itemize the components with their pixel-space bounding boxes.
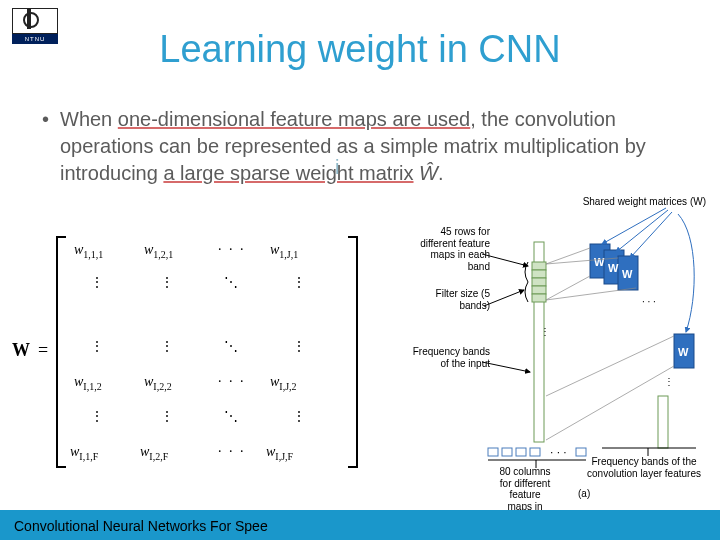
svg-line-23 [546,288,636,300]
m-r5c3: · · · [218,444,246,460]
svg-rect-12 [502,448,512,456]
svg-rect-13 [516,448,526,456]
m-r1c3: · · · [218,242,246,258]
m-d2: ⋱ [224,338,240,355]
svg-line-24 [546,336,674,396]
m-r5c1: wI,1,F [70,444,98,462]
bullet-text: • When one-dimensional feature maps are … [60,106,668,187]
freq-input-label: Frequency bands of the input [390,346,490,369]
w-box-group: W W W [590,244,638,290]
m-r3c2: wI,2,2 [144,374,172,392]
svg-line-27 [484,290,524,306]
w-label-3: W [622,268,633,280]
m-r1c1: w1,1,1 [74,242,103,260]
svg-rect-14 [530,448,540,456]
wcluster-cdots: · · · [642,296,656,308]
svg-line-25 [546,366,674,440]
slide-title: Learning weight in CNN [0,28,720,71]
input-vdots-1: ⋮ [540,326,550,338]
m-v3c: ⋮ [292,408,308,425]
m-r3c4: wI,J,2 [270,374,297,392]
m-r3c3: · · · [218,374,246,390]
svg-line-21 [546,276,590,300]
m-v1c: ⋮ [292,274,308,291]
svg-rect-6 [532,262,546,270]
m-v2a: ⋮ [90,338,106,355]
stray-char-i: i [335,156,339,179]
matrix-W-label: W [12,340,30,361]
output-column [658,396,668,448]
m-d1: ⋱ [224,274,240,291]
diagram: W W W W [378,196,708,496]
m-v3b: ⋮ [160,408,176,425]
m-r3c1: wI,1,2 [74,374,102,392]
svg-rect-7 [532,270,546,278]
freq-output-label: Frequency bands of the convolution layer… [584,456,704,479]
matrix-bracket-right [348,236,358,468]
svg-rect-11 [488,448,498,456]
m-r5c4: wI,J,F [266,444,293,462]
shared-weights-label: Shared weight matrices (W) [583,196,706,208]
m-r1c2: w1,2,1 [144,242,173,260]
bullet-marker: • [42,106,49,133]
m-v2c: ⋮ [292,338,308,355]
w-hat-symbol: Ŵ [419,160,438,187]
m-v1a: ⋮ [90,274,106,291]
bullet-tail-post: . [438,162,444,184]
footer-text: Convolutional Neural Networks For Spee [14,518,268,534]
rows45-label: 45 rows for different feature maps in ea… [394,226,490,272]
m-r5c2: wI,2,F [140,444,168,462]
svg-line-4 [616,210,668,252]
input-bands-row: · · · [488,445,586,459]
svg-rect-8 [532,278,546,286]
svg-rect-15 [576,448,586,456]
svg-line-20 [546,248,590,264]
slide: NTNU Learning weight in CNN • When one-d… [0,0,720,540]
bullet-underlined-2: a large sparse weight matrix [163,162,413,184]
svg-line-3 [602,208,666,244]
matrix-equals: = [38,340,48,361]
svg-rect-9 [532,286,546,294]
svg-rect-10 [532,294,546,302]
m-v1b: ⋮ [160,274,176,291]
output-vdots: ⋮ [664,376,674,388]
m-r1c4: w1,J,1 [270,242,298,260]
weight-matrix: W = w1,1,1 w1,2,1 · · · w1,J,1 ⋮ ⋮ ⋱ ⋮ ⋮… [8,240,368,470]
bullet-underlined-1: one-dimensional feature maps are used [118,108,470,130]
w-label-2: W [608,262,619,274]
m-v2b: ⋮ [160,338,176,355]
w-label-1: W [594,256,605,268]
m-d3: ⋱ [224,408,240,425]
filter-band [532,262,546,302]
input-bands-dots: · · · [550,445,567,459]
panel-label: (a) [578,488,590,500]
w-label-lower: W [678,346,689,358]
filter-size-label: Filter size (5 bands) [420,288,490,311]
m-v3a: ⋮ [90,408,106,425]
matrix-bracket-left [56,236,66,468]
bullet-prefix: When [60,108,118,130]
